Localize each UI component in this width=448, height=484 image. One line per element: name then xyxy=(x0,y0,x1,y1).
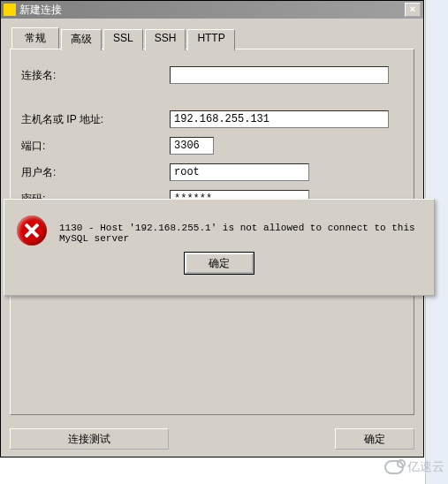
tab-strip: 常规 高级 SSL SSH HTTP xyxy=(11,27,423,49)
error-message: 1130 - Host '192.168.255.1' is not allow… xyxy=(59,216,421,244)
tab-general[interactable]: 常规 xyxy=(11,27,59,49)
spacer xyxy=(174,428,330,450)
watermark-text: 亿速云 xyxy=(407,459,444,475)
tab-ssh[interactable]: SSH xyxy=(145,29,186,50)
error-ok-button[interactable]: 确定 xyxy=(185,253,254,274)
input-user[interactable] xyxy=(170,163,309,181)
row-connection-name: 连接名: xyxy=(21,65,403,85)
window-title: 新建连接 xyxy=(19,3,405,18)
tab-ssl[interactable]: SSL xyxy=(103,29,143,50)
error-icon xyxy=(17,216,47,246)
label-user: 用户名: xyxy=(21,165,170,180)
error-dialog: 1130 - Host '192.168.255.1' is not allow… xyxy=(4,199,435,296)
error-body: 1130 - Host '192.168.255.1' is not allow… xyxy=(4,200,434,253)
row-port: 端口: xyxy=(21,136,403,155)
error-button-row: 确定 xyxy=(4,253,434,284)
row-user: 用户名: xyxy=(21,163,403,182)
dialog-button-bar: 连接测试 确定 xyxy=(1,428,423,450)
app-icon xyxy=(4,4,16,16)
test-connection-button[interactable]: 连接测试 xyxy=(10,428,169,450)
label-host: 主机名或 IP 地址: xyxy=(21,112,170,127)
watermark-logo-icon xyxy=(384,460,404,474)
tab-advanced[interactable]: 高级 xyxy=(61,29,102,50)
row-host: 主机名或 IP 地址: xyxy=(21,110,403,129)
input-connection-name[interactable] xyxy=(170,66,389,84)
input-host[interactable] xyxy=(170,110,389,128)
ok-button[interactable]: 确定 xyxy=(335,428,414,450)
tab-http[interactable]: HTTP xyxy=(187,29,234,50)
label-connection-name: 连接名: xyxy=(21,68,170,83)
titlebar: 新建连接 × xyxy=(1,1,423,19)
label-port: 端口: xyxy=(21,139,170,154)
close-button[interactable]: × xyxy=(405,3,421,17)
watermark: 亿速云 xyxy=(384,459,444,475)
input-port[interactable] xyxy=(170,137,214,155)
